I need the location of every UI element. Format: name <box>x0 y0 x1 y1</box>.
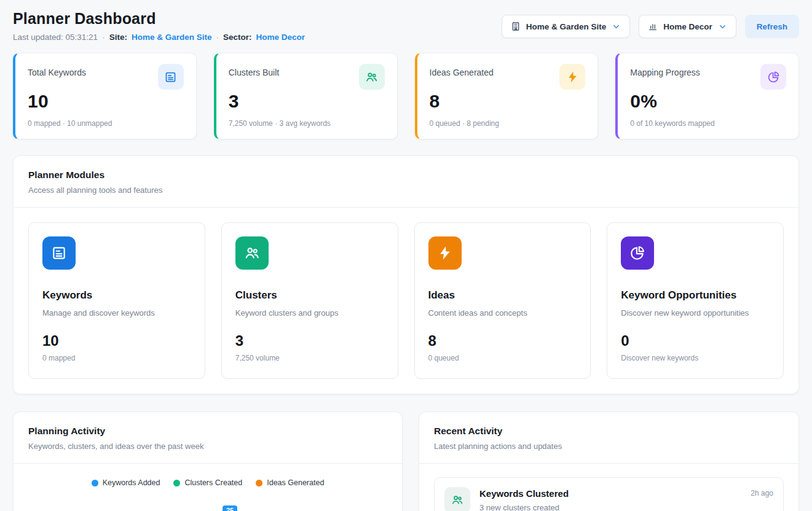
module-description: Keyword clusters and groups <box>235 308 384 318</box>
site-selector-value: Home & Garden Site <box>526 22 607 31</box>
stat-subtext: 0 mapped · 10 unmapped <box>28 119 184 128</box>
module-description: Discover new keyword opportunities <box>621 308 770 318</box>
chart-plot: 25 24 <box>55 502 387 511</box>
module-card-ideas[interactable]: Ideas Content ideas and concepts 8 0 que… <box>414 222 591 379</box>
site-selector[interactable]: Home & Garden Site <box>502 15 631 38</box>
topbar-left: Planner Dashboard Last updated: 05:31:21… <box>13 10 305 42</box>
section-subtitle: Keywords, clusters, and ideas over the p… <box>28 442 387 451</box>
recent-activity-header: Recent Activity Latest planning actions … <box>419 412 798 464</box>
activity-item-text: Keywords Clustered 3 new clusters create… <box>479 487 741 511</box>
sector-selector[interactable]: Home Decor <box>639 15 736 38</box>
planning-activity-panel: Planning Activity Keywords, clusters, an… <box>13 412 403 511</box>
separator-dot: · <box>216 33 219 42</box>
stat-card-mapping-progress: Mapping Progress 0% 0 of 10 keywords map… <box>615 53 799 139</box>
legend-item-clusters-created: Clusters Created <box>173 478 242 487</box>
stat-label: Ideas Generated <box>430 64 494 77</box>
legend-dot-orange <box>256 480 262 486</box>
legend-label: Keywords Added <box>103 478 160 487</box>
activity-item-title: Keywords Clustered <box>479 488 741 499</box>
stat-value: 8 <box>430 91 586 112</box>
pie-chart-icon <box>621 236 654 270</box>
module-value: 0 <box>621 332 770 349</box>
section-subtitle: Latest planning actions and updates <box>434 442 784 451</box>
legend-label: Clusters Created <box>184 478 242 487</box>
meta-line: Last updated: 05:31:21 · Site: Home & Ga… <box>13 33 305 42</box>
area-chart-svg <box>55 502 387 511</box>
activity-item-keywords-clustered[interactable]: Keywords Clustered 3 new clusters create… <box>434 477 784 511</box>
page-title: Planner Dashboard <box>13 10 305 28</box>
recent-activity-list: Keywords Clustered 3 new clusters create… <box>419 464 798 511</box>
users-icon <box>444 487 470 511</box>
site-label: Site: <box>109 33 127 42</box>
document-icon <box>158 64 184 90</box>
line-chart: 25 25 24 <box>28 502 387 511</box>
activity-item-description: 3 new clusters created <box>479 503 741 511</box>
module-title: Keywords <box>42 289 191 302</box>
recent-activity-panel: Recent Activity Latest planning actions … <box>419 412 799 511</box>
planner-modules-panel: Planner Modules Access all planning tool… <box>13 155 799 394</box>
stat-card-ideas-generated: Ideas Generated 8 0 queued · 8 pending <box>415 53 599 139</box>
section-title: Planning Activity <box>28 426 387 437</box>
stat-card-total-keywords: Total Keywords 10 0 mapped · 10 unmapped <box>13 53 197 139</box>
stat-value: 0% <box>630 91 786 112</box>
legend-item-ideas-generated: Ideas Generated <box>256 478 324 487</box>
module-caption: 7,250 volume <box>235 354 384 362</box>
legend-item-keywords-added: Keywords Added <box>92 478 160 487</box>
module-card-keyword-opportunities[interactable]: Keyword Opportunities Discover new keywo… <box>607 222 784 379</box>
stats-row: Total Keywords 10 0 mapped · 10 unmapped… <box>13 53 799 139</box>
stat-label: Mapping Progress <box>630 64 700 77</box>
activity-item-timestamp: 2h ago <box>751 489 773 497</box>
section-title: Planner Modules <box>28 170 784 181</box>
module-caption: 0 mapped <box>42 354 191 362</box>
separator-dot: · <box>102 33 105 42</box>
sector-link[interactable]: Home Decor <box>256 33 305 42</box>
module-title: Keyword Opportunities <box>621 289 770 302</box>
stat-label: Total Keywords <box>28 64 86 77</box>
bar-chart-icon <box>648 21 658 31</box>
planner-modules-header: Planner Modules Access all planning tool… <box>14 156 798 208</box>
module-caption: Discover new keywords <box>621 354 770 362</box>
bottom-row: Planning Activity Keywords, clusters, an… <box>13 412 799 511</box>
module-card-keywords[interactable]: Keywords Manage and discover keywords 10… <box>28 222 205 379</box>
stat-subtext: 0 queued · 8 pending <box>430 119 586 128</box>
module-description: Content ideas and concepts <box>428 308 577 318</box>
legend-dot-blue <box>92 480 98 486</box>
sector-selector-value: Home Decor <box>663 22 712 31</box>
planning-activity-chart-area: Keywords Added Clusters Created Ideas Ge… <box>14 464 402 511</box>
legend-dot-green <box>173 480 180 486</box>
module-title: Clusters <box>235 289 384 302</box>
module-value: 8 <box>428 332 577 349</box>
sector-label: Sector: <box>223 33 252 42</box>
topbar-controls: Home & Garden Site Home Decor Refresh <box>502 15 799 38</box>
module-title: Ideas <box>428 289 577 302</box>
users-icon <box>359 64 385 90</box>
document-icon <box>42 236 76 270</box>
stat-card-clusters-built: Clusters Built 3 7,250 volume · 3 avg ke… <box>214 53 398 139</box>
section-title: Recent Activity <box>434 426 784 437</box>
section-subtitle: Access all planning tools and features <box>28 185 784 195</box>
planning-activity-header: Planning Activity Keywords, clusters, an… <box>14 412 402 464</box>
chart-legend: Keywords Added Clusters Created Ideas Ge… <box>28 478 387 487</box>
module-description: Manage and discover keywords <box>42 308 191 318</box>
stat-value: 3 <box>229 91 385 112</box>
topbar: Planner Dashboard Last updated: 05:31:21… <box>13 10 799 42</box>
modules-grid: Keywords Manage and discover keywords 10… <box>14 208 798 394</box>
legend-label: Ideas Generated <box>267 478 324 487</box>
site-link[interactable]: Home & Garden Site <box>132 33 212 42</box>
stat-subtext: 7,250 volume · 3 avg keywords <box>229 119 385 128</box>
stat-value: 10 <box>28 91 184 112</box>
refresh-button[interactable]: Refresh <box>745 15 799 38</box>
building-icon <box>511 21 521 31</box>
bolt-icon <box>559 64 585 90</box>
stat-subtext: 0 of 10 keywords mapped <box>630 119 786 128</box>
bolt-icon <box>428 236 462 270</box>
users-icon <box>235 236 269 270</box>
last-updated: Last updated: 05:31:21 <box>13 33 98 42</box>
module-value: 3 <box>235 332 384 349</box>
module-card-clusters[interactable]: Clusters Keyword clusters and groups 3 7… <box>221 222 398 379</box>
module-value: 10 <box>42 332 191 349</box>
chevron-down-icon <box>718 22 727 31</box>
stat-label: Clusters Built <box>229 64 279 77</box>
planner-dashboard-page: Planner Dashboard Last updated: 05:31:21… <box>0 0 812 511</box>
module-caption: 0 queued <box>428 354 577 362</box>
